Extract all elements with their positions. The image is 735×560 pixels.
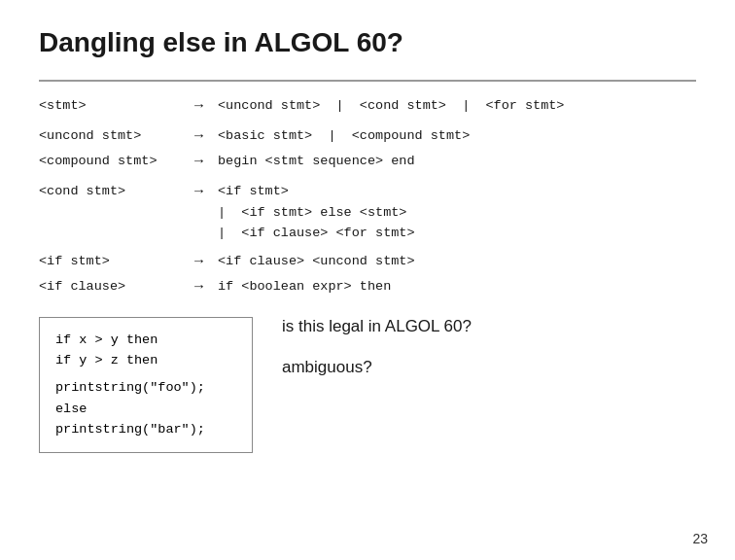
slide: Dangling else in ALGOL 60? <stmt> → <unc… <box>0 0 735 560</box>
grammar-row-ifclause: <if clause> → if <boolean expr> then <box>39 276 696 299</box>
right-labels: is this legal in ALGOL 60? ambiguous? <box>282 313 472 377</box>
arrow-ifstmt: → <box>194 251 218 274</box>
code-line-4: else <box>55 399 236 420</box>
code-line-3: printstring("foo"); <box>55 377 236 399</box>
arrow-stmt: → <box>194 95 218 119</box>
slide-title: Dangling else in ALGOL 60? <box>39 27 696 58</box>
code-line-2: if y > z then <box>55 350 236 371</box>
code-box: if x > y then if y > z then printstring(… <box>39 317 253 453</box>
code-line-1: if x > y then <box>55 330 236 351</box>
grammar-lhs-ifstmt: <if stmt> <box>39 251 194 272</box>
grammar-table: <stmt> → <uncond stmt> | <cond stmt> | <… <box>39 95 696 299</box>
grammar-row-compound: <compound stmt> → begin <stmt sequence> … <box>39 151 696 174</box>
grammar-rhs-uncond: <basic stmt> | <compound stmt> <box>218 125 696 147</box>
arrow-compound: → <box>194 151 218 174</box>
page-number: 23 <box>692 531 708 546</box>
grammar-lhs-uncond: <uncond stmt> <box>39 125 194 147</box>
grammar-rhs-cond: <if stmt> | <if stmt> else <stmt> | <if … <box>218 181 696 244</box>
arrow-ifclause: → <box>194 276 218 299</box>
question-label: is this legal in ALGOL 60? <box>282 317 472 336</box>
cond-rhs-line2: | <if stmt> else <stmt> <box>218 202 696 224</box>
grammar-rhs-stmt: <uncond stmt> | <cond stmt> | <for stmt> <box>218 95 696 117</box>
code-line-5: printstring("bar"); <box>55 419 236 440</box>
grammar-row-uncond: <uncond stmt> → <basic stmt> | <compound… <box>39 125 696 149</box>
grammar-rhs-compound: begin <stmt sequence> end <box>218 151 696 172</box>
grammar-lhs-cond: <cond stmt> <box>39 181 194 202</box>
grammar-rhs-ifstmt: <if clause> <uncond stmt> <box>218 251 696 272</box>
grammar-rhs-ifclause: if <boolean expr> then <box>218 276 696 298</box>
arrow-cond: → <box>194 181 218 204</box>
grammar-row-ifstmt: <if stmt> → <if clause> <uncond stmt> <box>39 251 696 274</box>
arrow-uncond: → <box>194 125 218 149</box>
grammar-row-cond: <cond stmt> → <if stmt> | <if stmt> else… <box>39 181 696 244</box>
bottom-section: if x > y then if y > z then printstring(… <box>39 313 696 453</box>
cond-rhs-line3: | <if clause> <for stmt> <box>218 223 696 244</box>
grammar-lhs-stmt: <stmt> <box>39 95 194 117</box>
cond-rhs-line1: <if stmt> <box>218 181 696 202</box>
grammar-lhs-ifclause: <if clause> <box>39 276 194 298</box>
grammar-row-stmt: <stmt> → <uncond stmt> | <cond stmt> | <… <box>39 95 696 119</box>
answer-label: ambiguous? <box>282 358 472 377</box>
divider <box>39 80 696 82</box>
grammar-lhs-compound: <compound stmt> <box>39 151 194 172</box>
